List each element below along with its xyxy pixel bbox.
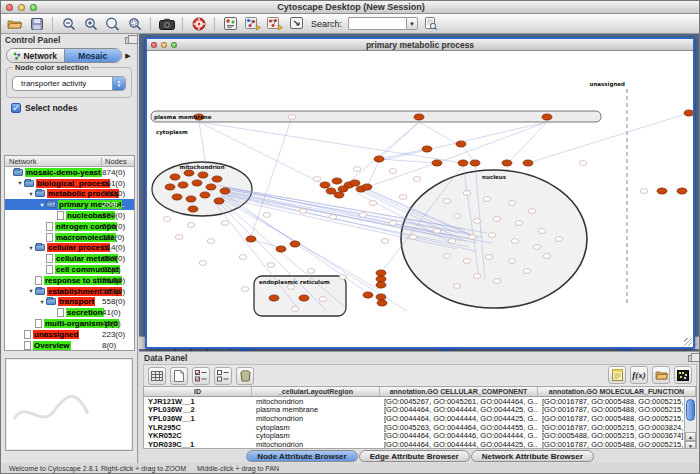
selected-gene-node[interactable]	[363, 292, 373, 298]
selected-gene-node[interactable]	[684, 110, 693, 116]
selected-gene-node[interactable]	[376, 294, 386, 300]
selected-gene-node[interactable]	[246, 236, 256, 242]
gene-node[interactable]	[443, 199, 451, 204]
disclosure-icon[interactable]: ▼	[27, 288, 35, 294]
tree-row[interactable]: ▼metabolic process280(0)	[5, 189, 134, 200]
selected-gene-node[interactable]	[350, 180, 360, 186]
selected-gene-node[interactable]	[276, 246, 286, 252]
selected-gene-node[interactable]	[432, 160, 442, 166]
disclosure-icon[interactable]: ▼	[27, 191, 35, 197]
gene-node[interactable]	[241, 287, 249, 292]
attribute-search-icon[interactable]	[421, 15, 440, 32]
gene-node[interactable]	[221, 221, 229, 226]
selected-gene-node[interactable]	[470, 160, 480, 166]
tab-node-attribute-browser[interactable]: Node Attribute Browser	[246, 450, 358, 462]
gene-node[interactable]	[307, 269, 315, 274]
gene-node[interactable]	[433, 229, 441, 234]
table-row[interactable]: YDR039C__1mitochondrion[GO:0044464, GO:0…	[144, 440, 696, 449]
tab-network-attribute-browser[interactable]: Network Attribute Browser	[471, 450, 594, 462]
selected-gene-node[interactable]	[677, 188, 687, 194]
gene-node[interactable]	[288, 115, 296, 120]
gene-node[interactable]	[640, 189, 648, 194]
selected-gene-node[interactable]	[376, 282, 386, 288]
tree-row[interactable]: secretion41(0)	[5, 307, 134, 318]
resize-grip-icon[interactable]	[684, 338, 692, 346]
gene-node[interactable]	[538, 229, 546, 234]
scrollbar-thumb[interactable]	[686, 399, 695, 421]
gene-node[interactable]	[493, 279, 501, 284]
table-row[interactable]: YPL036W__1mitochondrion[GO:0044464, GO:0…	[144, 414, 696, 423]
tree-row[interactable]: ▼biological_process651(0)	[5, 178, 134, 189]
table-row[interactable]: YPL036W__2plasma membrane[GO:0044464, GO…	[144, 406, 696, 415]
tree-row[interactable]: nucleobase-209(0)	[5, 210, 134, 221]
tree-row[interactable]: nitrogen compo209(0)	[5, 221, 134, 232]
network-window-titlebar[interactable]: primary metabolic process	[147, 39, 693, 51]
tree-row[interactable]: ▼primary metabol209(...	[5, 199, 134, 210]
new-attribute-icon[interactable]	[170, 367, 188, 385]
disclosure-icon[interactable]: ▼	[16, 180, 24, 186]
selected-gene-node[interactable]	[214, 198, 224, 204]
gene-node[interactable]	[473, 274, 481, 279]
float-panel-icon[interactable]	[125, 37, 133, 44]
gene-node[interactable]	[163, 217, 171, 222]
column-header[interactable]: annotation.GO CELLULAR_COMPONENT	[380, 387, 538, 396]
tree-header[interactable]: Network Nodes	[5, 156, 134, 167]
help-lifesaver-icon[interactable]	[189, 15, 208, 32]
gene-node[interactable]	[381, 239, 389, 244]
minimize-icon[interactable]	[18, 4, 25, 11]
selected-gene-node[interactable]	[188, 206, 198, 212]
gene-node[interactable]	[175, 235, 183, 240]
gene-node[interactable]	[187, 223, 195, 228]
close-icon[interactable]	[6, 4, 13, 11]
selected-gene-node[interactable]	[299, 295, 309, 301]
zoom-window-icon[interactable]	[171, 42, 177, 48]
select-nodes-row[interactable]: ✓ Select nodes	[11, 103, 129, 113]
gene-node[interactable]	[448, 239, 456, 244]
gene-node[interactable]	[485, 255, 493, 260]
scroll-up-icon[interactable]: ▲	[685, 432, 696, 441]
gene-node[interactable]	[579, 161, 587, 166]
tab-edge-attribute-browser[interactable]: Edge Attribute Browser	[359, 450, 470, 462]
gene-node[interactable]	[369, 201, 377, 206]
gene-node[interactable]	[389, 169, 397, 174]
gene-node[interactable]	[291, 307, 299, 312]
float-panel-icon[interactable]	[688, 355, 696, 362]
edit-network-alt-icon[interactable]	[265, 15, 284, 32]
gene-node[interactable]	[555, 237, 563, 242]
tree-row[interactable]: cellular metabol209(0)	[5, 253, 134, 264]
gene-node[interactable]	[313, 177, 321, 182]
attribute-notes-icon[interactable]	[608, 366, 626, 384]
gene-node[interactable]	[389, 221, 397, 226]
edit-network-icon[interactable]	[243, 15, 262, 32]
selected-gene-node[interactable]	[198, 172, 208, 178]
selected-gene-node[interactable]	[184, 170, 194, 176]
scroll-down-icon[interactable]: ▼	[685, 441, 696, 449]
gene-node[interactable]	[543, 254, 551, 259]
disclosure-icon[interactable]: ▼	[38, 202, 46, 208]
disclosure-icon[interactable]: ▼	[27, 245, 35, 251]
gene-node[interactable]	[443, 254, 451, 259]
table-scrollbar[interactable]: ▲ ▼	[684, 397, 696, 449]
gene-node[interactable]	[453, 214, 461, 219]
column-header[interactable]: ID	[144, 387, 252, 396]
gene-node[interactable]	[207, 239, 215, 244]
selected-gene-node[interactable]	[376, 270, 386, 276]
selected-gene-node[interactable]	[456, 141, 466, 147]
zoom-out-icon[interactable]	[59, 15, 78, 32]
tab-mosaic[interactable]: Mosaic	[64, 49, 122, 62]
select-attributes-icon[interactable]	[192, 367, 210, 385]
selected-gene-node[interactable]	[523, 160, 533, 166]
selected-gene-node[interactable]	[374, 156, 384, 162]
gene-node[interactable]	[413, 177, 421, 182]
selected-gene-node[interactable]	[178, 182, 188, 188]
attribute-table[interactable]: ID_cellularLayoutRegionannotation.GO CEL…	[143, 386, 697, 449]
tree-row[interactable]: ▼establishment of lo558(0)	[5, 286, 134, 297]
save-icon[interactable]	[27, 15, 46, 32]
gene-node[interactable]	[409, 235, 417, 240]
zoom-in-icon[interactable]	[81, 15, 100, 32]
attribute-matrix-icon[interactable]	[674, 366, 692, 384]
search-input[interactable]	[348, 17, 406, 30]
select-nodes-checkbox[interactable]: ✓	[11, 103, 21, 113]
column-header[interactable]: _cellularLayoutRegion	[252, 387, 380, 396]
tree-row[interactable]: mosaic-demo-yeast874(0)	[5, 167, 134, 178]
